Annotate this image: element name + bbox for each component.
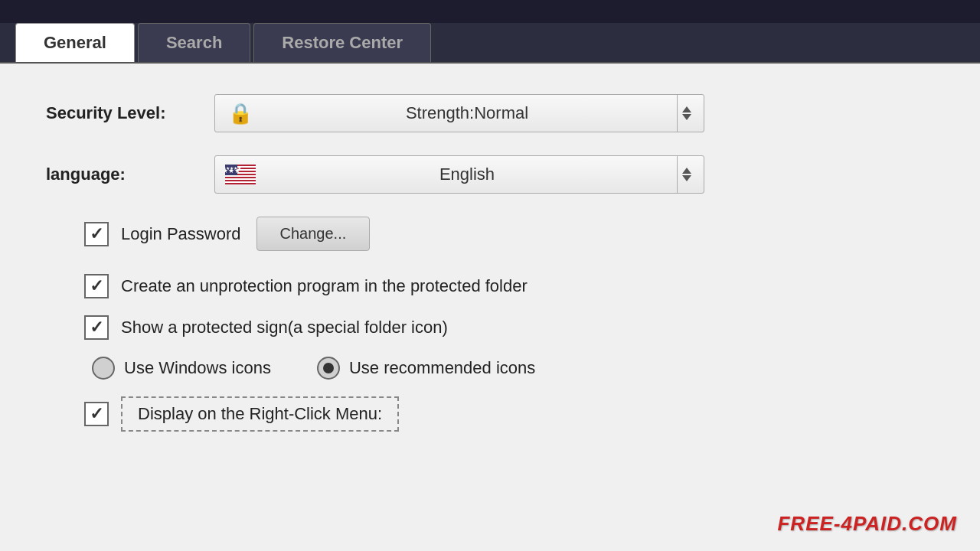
- tab-general[interactable]: General: [15, 23, 135, 62]
- language-arrow-down-icon[interactable]: [682, 175, 691, 181]
- use-windows-icons-radio[interactable]: [92, 357, 115, 380]
- svg-text:★★★★★: ★★★★★: [225, 166, 241, 171]
- create-unprotection-checkbox-container[interactable]: Create an unprotection program in the pr…: [84, 274, 528, 298]
- title-bar: [0, 0, 980, 23]
- language-row: language: ★★★ ★★★★★: [46, 155, 934, 194]
- show-protected-sign-checkbox[interactable]: [84, 315, 109, 340]
- icon-type-row: Use Windows icons Use recommended icons: [46, 357, 934, 380]
- svg-rect-5: [225, 178, 256, 180]
- arrow-up-icon[interactable]: [682, 106, 691, 112]
- arrow-down-icon[interactable]: [682, 114, 691, 120]
- show-protected-sign-label: Show a protected sign(a special folder i…: [121, 318, 448, 337]
- login-password-checkbox[interactable]: [84, 222, 109, 246]
- change-password-button[interactable]: Change...: [256, 217, 371, 251]
- content-area: Security Level: 🔒 Strength:Normal langua…: [0, 64, 980, 551]
- login-password-label: Login Password: [121, 224, 241, 244]
- use-windows-icons-option[interactable]: Use Windows icons: [92, 357, 271, 380]
- language-arrow-up-icon[interactable]: [682, 168, 691, 174]
- use-recommended-icons-radio[interactable]: [317, 357, 340, 380]
- security-level-arrows[interactable]: [677, 95, 696, 132]
- create-unprotection-label: Create an unprotection program in the pr…: [121, 276, 528, 296]
- security-level-value: Strength:Normal: [257, 103, 677, 123]
- tab-restore-center[interactable]: Restore Center: [253, 23, 431, 62]
- language-label: language:: [46, 165, 214, 184]
- language-select[interactable]: ★★★ ★★★★★ English: [214, 155, 704, 194]
- login-password-checkbox-container[interactable]: Login Password: [84, 222, 241, 246]
- use-windows-icons-label: Use Windows icons: [124, 358, 271, 378]
- display-right-click-dashed-box: Display on the Right-Click Menu:: [121, 396, 399, 432]
- show-protected-sign-checkbox-container[interactable]: Show a protected sign(a special folder i…: [84, 315, 448, 340]
- security-level-select[interactable]: 🔒 Strength:Normal: [214, 94, 704, 132]
- security-level-label: Security Level:: [46, 103, 214, 123]
- lock-icon: 🔒: [223, 102, 257, 126]
- tab-search[interactable]: Search: [138, 23, 250, 62]
- create-unprotection-checkbox[interactable]: [84, 274, 109, 298]
- display-right-click-checkbox[interactable]: [84, 402, 109, 426]
- tab-bar: General Search Restore Center: [0, 23, 980, 64]
- svg-rect-4: [225, 175, 256, 177]
- create-unprotection-row: Create an unprotection program in the pr…: [46, 274, 934, 298]
- watermark: FREE-4PAID.COM: [777, 512, 957, 536]
- display-right-click-label: Display on the Right-Click Menu:: [138, 404, 382, 424]
- show-protected-sign-row: Show a protected sign(a special folder i…: [46, 315, 934, 340]
- flag-icon: ★★★ ★★★★★: [223, 165, 257, 184]
- language-value: English: [257, 165, 677, 184]
- svg-rect-6: [225, 181, 256, 183]
- use-recommended-icons-label: Use recommended icons: [349, 358, 535, 378]
- app-window: General Search Restore Center Security L…: [0, 0, 980, 551]
- display-right-click-checkbox-container[interactable]: [84, 402, 121, 426]
- use-recommended-icons-option[interactable]: Use recommended icons: [317, 357, 535, 380]
- display-right-click-row: Display on the Right-Click Menu:: [46, 396, 934, 432]
- login-password-row: Login Password Change...: [46, 217, 934, 251]
- language-arrows[interactable]: [677, 156, 696, 193]
- security-level-row: Security Level: 🔒 Strength:Normal: [46, 94, 934, 132]
